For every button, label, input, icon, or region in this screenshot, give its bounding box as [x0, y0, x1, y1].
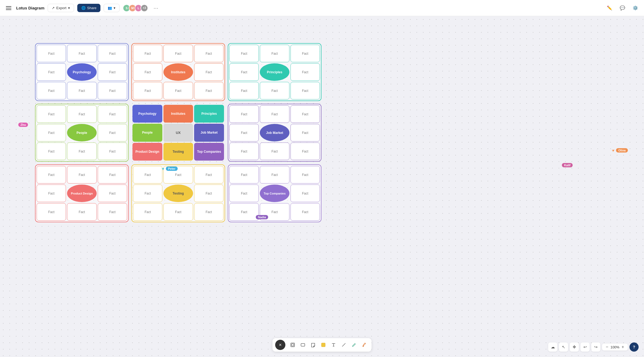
cell[interactable]: Fact: [229, 105, 259, 123]
topic-testing[interactable]: Testing: [163, 185, 193, 202]
edit-icon[interactable]: ✏️: [605, 4, 614, 12]
zoom-out-button[interactable]: −: [605, 345, 609, 349]
help-button[interactable]: ?: [629, 342, 639, 352]
cell[interactable]: Fact: [290, 45, 320, 62]
cell[interactable]: Fact: [229, 185, 259, 202]
cell[interactable]: Fact: [194, 63, 223, 81]
topic-job-market[interactable]: Job Market: [260, 124, 289, 141]
topic-psychology[interactable]: Psychology: [67, 63, 96, 81]
cell[interactable]: Fact: [98, 124, 127, 141]
cell[interactable]: Fact: [229, 166, 259, 183]
menu-button[interactable]: [4, 5, 13, 12]
pen-tool[interactable]: [349, 340, 359, 349]
cell[interactable]: Fact: [260, 45, 289, 62]
sticky-note-tool[interactable]: [319, 340, 328, 349]
cell[interactable]: Fact: [37, 124, 66, 141]
cell[interactable]: Fact: [37, 143, 66, 160]
cell[interactable]: Fact: [260, 166, 289, 183]
text-tool[interactable]: [329, 340, 338, 349]
cell[interactable]: Fact: [163, 203, 193, 221]
cell[interactable]: Fact: [133, 185, 162, 202]
center-institutes[interactable]: Institutes: [163, 105, 193, 123]
cell[interactable]: Fact: [133, 203, 162, 221]
cell[interactable]: Fact: [163, 45, 193, 62]
center-top-companies[interactable]: Top Companies: [194, 143, 224, 161]
center-testing[interactable]: Testing: [163, 143, 193, 161]
topic-institutes[interactable]: Institutes: [163, 63, 193, 81]
cell[interactable]: Fact: [133, 45, 162, 62]
select-tool-button[interactable]: ↖: [559, 342, 568, 352]
cell[interactable]: Fact: [98, 105, 127, 123]
cell[interactable]: Fact: [37, 63, 66, 81]
cell[interactable]: Fact: [98, 143, 127, 160]
cell[interactable]: Fact: [98, 63, 127, 81]
topic-principles[interactable]: Principles: [260, 63, 289, 81]
cell[interactable]: Fact: [37, 185, 66, 202]
cell[interactable]: Fact: [163, 82, 193, 99]
comment-icon[interactable]: 💬: [618, 4, 627, 12]
marker-tool[interactable]: [360, 340, 369, 349]
cell[interactable]: Fact: [133, 63, 162, 81]
undo-button[interactable]: ↩: [580, 342, 590, 352]
move-tool-button[interactable]: ✥: [570, 342, 579, 352]
center-principles[interactable]: Principles: [194, 105, 224, 123]
collaborate-button[interactable]: 👥 ▾: [104, 4, 120, 12]
cell[interactable]: Fact: [290, 82, 320, 99]
cell[interactable]: Fact: [229, 143, 259, 160]
cell[interactable]: Fact: [229, 124, 259, 141]
cell[interactable]: Fact: [67, 203, 96, 221]
cell[interactable]: Fact: [260, 105, 289, 123]
settings-icon[interactable]: ⚙️: [631, 4, 640, 12]
cell[interactable]: Fact: [194, 166, 223, 183]
cell[interactable]: Fact: [67, 82, 96, 99]
more-options-button[interactable]: ⋯: [151, 4, 160, 12]
cell[interactable]: Fact: [98, 166, 127, 183]
cell[interactable]: Fact: [37, 166, 66, 183]
cell[interactable]: Fact: [229, 63, 259, 81]
cell[interactable]: Fact: [290, 203, 320, 221]
cell[interactable]: Fact: [133, 82, 162, 99]
line-tool[interactable]: [339, 340, 348, 349]
share-button[interactable]: 🌐 Share: [77, 4, 101, 12]
cell[interactable]: Fact: [194, 82, 223, 99]
note-tool[interactable]: [309, 340, 318, 349]
export-button[interactable]: ↗ Export ▾: [48, 4, 74, 12]
cell[interactable]: Fact: [290, 185, 320, 202]
cloud-save-button[interactable]: ☁: [548, 342, 557, 352]
cell[interactable]: Fact: [290, 124, 320, 141]
cell[interactable]: Fact: [67, 105, 96, 123]
topic-people[interactable]: People: [67, 124, 96, 141]
rectangle-tool[interactable]: [298, 340, 307, 349]
cell[interactable]: Fact: [98, 45, 127, 62]
cell[interactable]: Fact: [67, 45, 96, 62]
cell[interactable]: Fact: [163, 166, 193, 183]
cell[interactable]: Fact: [229, 45, 259, 62]
cell[interactable]: Fact: [260, 82, 289, 99]
topic-top-companies[interactable]: Top Companies: [260, 185, 289, 202]
cell[interactable]: Fact: [290, 105, 320, 123]
cell[interactable]: Fact: [260, 203, 289, 221]
cell[interactable]: Fact: [290, 63, 320, 81]
zoom-in-button[interactable]: +: [621, 345, 625, 349]
cell[interactable]: Fact: [229, 203, 259, 221]
cell[interactable]: Fact: [98, 185, 127, 202]
frames-tool[interactable]: [288, 340, 297, 349]
center-ux[interactable]: UX: [163, 124, 193, 141]
center-people[interactable]: People: [132, 124, 162, 141]
cell[interactable]: Fact: [194, 45, 223, 62]
cell[interactable]: Fact: [37, 45, 66, 62]
cell[interactable]: Fact: [290, 166, 320, 183]
cell[interactable]: Fact: [229, 82, 259, 99]
cell[interactable]: Fact: [37, 105, 66, 123]
cell[interactable]: Fact: [290, 143, 320, 160]
cell[interactable]: Fact: [98, 82, 127, 99]
center-product-design[interactable]: Product Design: [132, 143, 162, 161]
cell[interactable]: Fact: [194, 203, 223, 221]
center-job-market[interactable]: Job Market: [194, 124, 224, 141]
cell[interactable]: Fact: [67, 166, 96, 183]
topic-product-design[interactable]: Product Design: [67, 185, 96, 202]
center-psychology[interactable]: Psychology: [132, 105, 162, 123]
cell[interactable]: Fact: [98, 203, 127, 221]
cell[interactable]: Fact: [67, 143, 96, 160]
cell[interactable]: Fact: [260, 143, 289, 160]
